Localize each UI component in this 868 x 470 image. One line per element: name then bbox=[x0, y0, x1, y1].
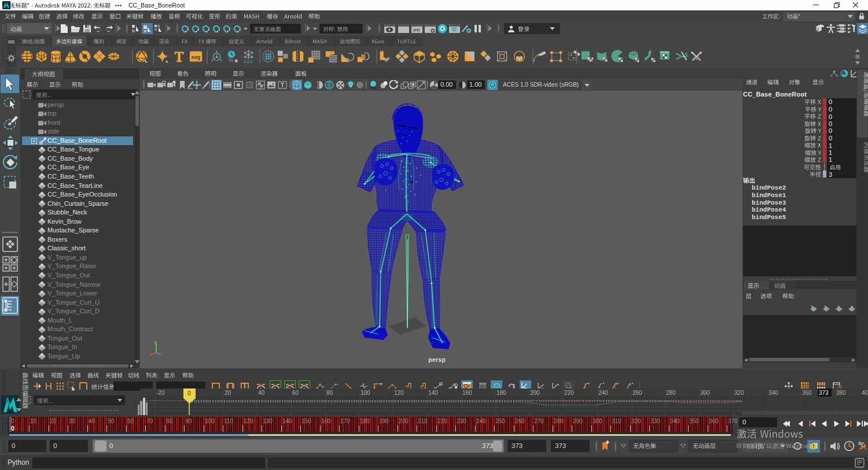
svg-text:y: y bbox=[155, 340, 157, 345]
svg-text:IPR: IPR bbox=[413, 28, 420, 32]
svg-text:0,0,0: 0,0,0 bbox=[244, 60, 253, 64]
svg-text:0: 0 bbox=[187, 390, 191, 397]
svg-text:GM: GM bbox=[491, 84, 495, 87]
svg-text:svg: svg bbox=[192, 54, 200, 60]
